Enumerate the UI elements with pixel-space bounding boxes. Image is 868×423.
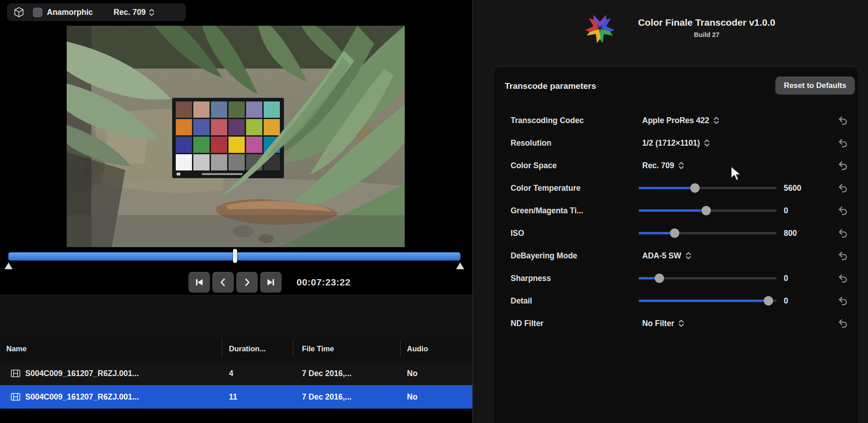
playhead[interactable]: [233, 249, 237, 263]
step-forward-button[interactable]: [236, 272, 258, 293]
column-divider[interactable]: [222, 340, 222, 357]
table-row[interactable]: S004C009_161207_R6ZJ.001... 4 7 Dec 2016…: [0, 362, 472, 385]
in-point-marker[interactable]: [5, 262, 13, 269]
viewer-pane: Anamorphic Rec. 709: [0, 0, 472, 423]
slider-value: 0: [784, 206, 788, 216]
param-label: Green/Magenta Ti...: [511, 206, 583, 216]
column-header-filetime[interactable]: File Time: [302, 344, 334, 353]
updown-chevron-icon: [704, 139, 710, 147]
undo-icon: [837, 183, 849, 194]
app-build: Build 27: [621, 31, 792, 38]
step-back-icon: [218, 277, 228, 288]
codec-dropdown[interactable]: Apple ProRes 422: [642, 116, 719, 125]
undo-button[interactable]: [837, 250, 849, 262]
undo-button[interactable]: [837, 205, 849, 216]
slider-knob[interactable]: [763, 296, 773, 306]
file-table-header: Name Duration... File Time Audio: [0, 336, 472, 361]
column-divider[interactable]: [293, 340, 293, 357]
undo-button[interactable]: [837, 138, 849, 149]
transcode-parameters-card: Transcode parameters Reset to Defaults T…: [493, 66, 859, 423]
slider-knob[interactable]: [690, 184, 700, 193]
slider-knob[interactable]: [701, 206, 711, 216]
skip-start-button[interactable]: [188, 272, 210, 293]
undo-button[interactable]: [837, 295, 849, 307]
color-space-dropdown[interactable]: Rec. 709: [642, 161, 684, 170]
out-point-marker[interactable]: [456, 262, 464, 269]
param-row-transcoding-codec: Transcoding Codec Apple ProRes 422: [493, 109, 859, 132]
app-title: Color Finale Transcoder v1.0.0: [621, 17, 792, 28]
param-label: Color Temperature: [511, 184, 580, 193]
undo-button[interactable]: [837, 160, 849, 171]
3d-cube-icon[interactable]: [13, 6, 25, 18]
column-header-audio[interactable]: Audio: [407, 344, 428, 353]
skip-end-icon: [265, 277, 276, 288]
updown-chevron-icon: [678, 162, 684, 170]
green-magenta-slider[interactable]: [639, 206, 777, 216]
transcoder-pane: Color Finale Transcoder v1.0.0 Build 27 …: [472, 0, 868, 423]
param-label: Resolution: [511, 138, 551, 148]
undo-icon: [837, 273, 849, 284]
slider-knob[interactable]: [670, 229, 679, 238]
detail-slider[interactable]: [639, 296, 777, 306]
slider-value: 5600: [784, 184, 801, 193]
dropdown-value: 1/2 (1712×1101): [642, 138, 700, 148]
transport-controls: [188, 272, 282, 293]
updown-chevron-icon: [685, 252, 691, 260]
param-label: ISO: [511, 229, 524, 238]
undo-button[interactable]: [837, 273, 849, 284]
colorchecker-chart: [172, 98, 284, 178]
cell-name: S004C009_161207_R6ZJ.001...: [25, 392, 139, 402]
step-back-button[interactable]: [212, 272, 234, 293]
step-forward-icon: [242, 277, 252, 288]
undo-button[interactable]: [837, 318, 849, 329]
column-header-duration[interactable]: Duration...: [229, 344, 266, 353]
slider-fill: [639, 210, 706, 212]
undo-icon: [837, 160, 849, 171]
film-clip-icon: [11, 393, 20, 401]
param-row-color-temperature: Color Temperature 5600: [493, 177, 859, 199]
film-clip-icon: [11, 369, 20, 377]
cell-name: S004C009_161207_R6ZJ.001...: [25, 369, 139, 378]
cell-audio: No: [407, 392, 417, 402]
param-label: Color Space: [511, 161, 557, 170]
parameter-list: Transcoding Codec Apple ProRes 422 Resol…: [493, 109, 859, 335]
section-title: Transcode parameters: [505, 81, 596, 91]
cell-duration: 4: [229, 369, 233, 378]
timecode: 00:07:23:22: [297, 272, 351, 293]
undo-button[interactable]: [837, 115, 849, 126]
column-header-name[interactable]: Name: [6, 344, 27, 353]
cell-filetime: 7 Dec 2016,...: [302, 369, 352, 378]
color-temperature-slider[interactable]: [639, 184, 777, 193]
undo-icon: [837, 115, 849, 126]
updown-chevron-icon: [713, 117, 719, 124]
updown-chevron-icon: [149, 9, 155, 16]
undo-button[interactable]: [837, 228, 849, 239]
undo-icon: [837, 250, 849, 262]
param-row-resolution: Resolution 1/2 (1712×1101): [493, 132, 859, 154]
undo-button[interactable]: [837, 183, 849, 194]
param-row-detail: Detail 0: [493, 290, 859, 312]
preview-colorspace-dropdown[interactable]: Rec. 709: [114, 8, 155, 17]
reset-to-defaults-button[interactable]: Reset to Defaults: [775, 77, 855, 95]
anamorphic-checkbox[interactable]: [33, 8, 42, 17]
slider-value: 800: [784, 229, 797, 238]
undo-icon: [837, 138, 849, 149]
param-row-color-space: Color Space Rec. 709: [493, 154, 859, 177]
nd-filter-dropdown[interactable]: No Filter: [642, 319, 684, 328]
app-header: Color Finale Transcoder v1.0.0 Build 27: [473, 0, 868, 59]
undo-icon: [837, 295, 849, 307]
sharpness-slider[interactable]: [639, 274, 777, 283]
preview-toolbar: Anamorphic Rec. 709: [7, 4, 186, 21]
cell-filetime: 7 Dec 2016,...: [302, 392, 352, 402]
slider-knob[interactable]: [654, 274, 664, 283]
column-divider[interactable]: [400, 340, 401, 357]
iso-slider[interactable]: [639, 229, 777, 238]
resolution-dropdown[interactable]: 1/2 (1712×1101): [642, 138, 710, 148]
skip-end-button[interactable]: [260, 272, 282, 293]
color-finale-logo: [585, 14, 615, 43]
debayering-mode-dropdown[interactable]: ADA-5 SW: [642, 251, 691, 261]
slider-value: 0: [784, 296, 788, 306]
table-row-selected[interactable]: S004C009_161207_R6ZJ.001... 11 7 Dec 201…: [0, 385, 472, 409]
skip-start-icon: [194, 277, 205, 288]
slider-value: 0: [784, 274, 788, 283]
